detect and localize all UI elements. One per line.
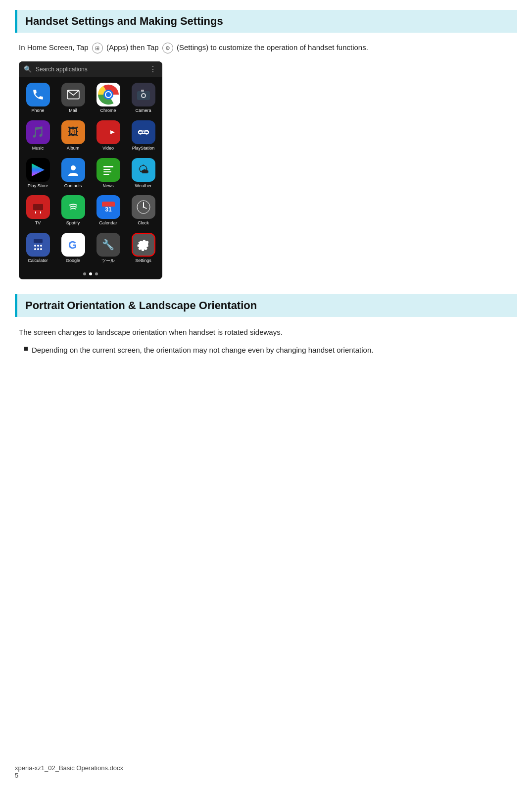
- svg-point-7: [142, 94, 145, 97]
- section2: Portrait Orientation & Landscape Orienta…: [15, 294, 517, 356]
- app-item-playstation[interactable]: PlayStation: [126, 117, 160, 154]
- app-icon-tv: [26, 195, 50, 219]
- svg-point-18: [71, 165, 76, 170]
- app-item-chrome[interactable]: Chrome: [91, 80, 125, 116]
- app-item-weather[interactable]: 🌤 Weather: [126, 155, 160, 192]
- app-icon-spotify: [61, 195, 85, 219]
- app-label-contacts: Contacts: [64, 183, 82, 189]
- svg-point-44: [37, 248, 39, 250]
- app-icon-playstore: [26, 158, 50, 182]
- intro-apps-label: (Apps) then Tap: [106, 43, 159, 52]
- app-item-news[interactable]: News: [91, 155, 125, 192]
- app-item-calculator[interactable]: Calculator: [21, 230, 55, 266]
- app-label-playstation: PlayStation: [132, 146, 155, 151]
- svg-rect-25: [33, 204, 43, 210]
- svg-rect-11: [134, 125, 153, 139]
- app-item-tools[interactable]: 🔧 ツール: [91, 230, 125, 266]
- section2-body-text: The screen changes to landscape orientat…: [19, 326, 513, 339]
- app-item-google[interactable]: G Google: [56, 230, 90, 266]
- app-item-album[interactable]: 🖼 Album: [56, 117, 90, 154]
- app-item-calendar[interactable]: 31 Calendar: [91, 192, 125, 229]
- app-item-tv[interactable]: TV: [21, 192, 55, 229]
- app-label-camera: Camera: [135, 108, 151, 113]
- app-item-clock[interactable]: Clock: [126, 192, 160, 229]
- app-icon-tools: 🔧: [97, 233, 120, 257]
- phone-page-dots: [19, 269, 162, 279]
- app-item-camera[interactable]: Camera: [126, 80, 160, 116]
- app-item-phone[interactable]: Phone: [21, 80, 55, 116]
- app-item-mail[interactable]: Mail: [56, 80, 90, 116]
- app-label-chrome: Chrome: [100, 108, 116, 113]
- intro-paragraph: In Home Screen, Tap ⊞ (Apps) then Tap ⚙ …: [19, 42, 513, 53]
- app-item-video[interactable]: Video: [91, 117, 125, 154]
- app-label-playstore: Play Store: [28, 183, 48, 189]
- app-icon-calendar: 31: [97, 195, 120, 219]
- app-label-album: Album: [67, 146, 80, 151]
- apps-grid: Phone Mail: [19, 77, 162, 269]
- app-item-music[interactable]: 🎵 Music: [21, 117, 55, 154]
- app-icon-calculator: [26, 233, 50, 257]
- app-icon-weather: 🌤: [132, 158, 155, 182]
- svg-rect-23: [103, 174, 109, 175]
- app-label-tv: TV: [35, 220, 41, 226]
- app-label-google: Google: [66, 258, 80, 263]
- section1-heading: Handset Settings and Making Settings: [15, 10, 517, 33]
- section2-bullet: Depending on the current screen, the ori…: [24, 344, 513, 357]
- svg-text:G: G: [68, 239, 77, 251]
- intro-text-before: In Home Screen, Tap: [19, 43, 89, 52]
- app-icon-contacts: [61, 158, 85, 182]
- svg-rect-8: [141, 90, 144, 92]
- app-label-calculator: Calculator: [28, 258, 48, 263]
- app-icon-album: 🖼: [61, 120, 85, 144]
- svg-rect-22: [103, 171, 111, 172]
- svg-point-28: [67, 201, 80, 213]
- footer-page-number: 5: [15, 772, 123, 779]
- app-label-news: News: [102, 183, 114, 189]
- phone-search-bar: 🔍 Search applications ⋮: [19, 61, 162, 77]
- app-icon-video: [97, 120, 120, 144]
- phone-menu-dots: ⋮: [149, 64, 157, 74]
- svg-marker-10: [110, 130, 115, 134]
- app-icon-settings: [132, 233, 155, 257]
- svg-text:31: 31: [105, 206, 112, 213]
- phone-search-icon: 🔍: [24, 65, 32, 73]
- app-item-playstore[interactable]: Play Store: [21, 155, 55, 192]
- svg-point-4: [106, 92, 111, 97]
- dot-2: [89, 272, 92, 275]
- app-label-spotify: Spotify: [66, 220, 80, 226]
- app-label-clock: Clock: [138, 220, 149, 226]
- phone-search-text: Search applications: [36, 66, 145, 73]
- dot-3: [95, 272, 98, 275]
- app-icon-music: 🎵: [26, 120, 50, 144]
- svg-point-42: [40, 245, 42, 247]
- app-icon-news: [97, 158, 120, 182]
- app-icon-phone: [26, 83, 50, 106]
- page-footer: xperia-xz1_02_Basic Operations.docx 5: [15, 764, 123, 779]
- app-label-phone: Phone: [31, 108, 44, 113]
- intro-settings-label: (Settings) to customize the operation of…: [177, 43, 368, 52]
- svg-point-43: [34, 248, 36, 250]
- bullet-square-icon: [24, 347, 28, 351]
- app-label-mail: Mail: [69, 108, 77, 113]
- app-icon-google: G: [61, 233, 85, 257]
- svg-point-45: [40, 248, 42, 250]
- app-icon-camera: [132, 83, 155, 106]
- app-item-settings[interactable]: Settings: [126, 230, 160, 266]
- app-label-weather: Weather: [135, 183, 152, 189]
- section1-body: In Home Screen, Tap ⊞ (Apps) then Tap ⚙ …: [15, 42, 517, 279]
- section2-body: The screen changes to landscape orientat…: [15, 326, 517, 356]
- app-label-settings: Settings: [135, 258, 151, 263]
- app-item-spotify[interactable]: Spotify: [56, 192, 90, 229]
- app-item-contacts[interactable]: Contacts: [56, 155, 90, 192]
- phone-screenshot: 🔍 Search applications ⋮ Phone Mai: [19, 61, 162, 279]
- svg-rect-9: [102, 127, 111, 137]
- app-label-music: Music: [32, 146, 44, 151]
- svg-point-40: [34, 245, 36, 247]
- app-icon-playstation: [132, 120, 155, 144]
- section2-bullet-text: Depending on the current screen, the ori…: [32, 344, 373, 357]
- footer-filename: xperia-xz1_02_Basic Operations.docx: [15, 764, 123, 772]
- dot-1: [83, 272, 86, 275]
- svg-rect-20: [103, 166, 113, 167]
- app-label-calendar: Calendar: [99, 220, 117, 226]
- app-icon-mail: [61, 83, 85, 106]
